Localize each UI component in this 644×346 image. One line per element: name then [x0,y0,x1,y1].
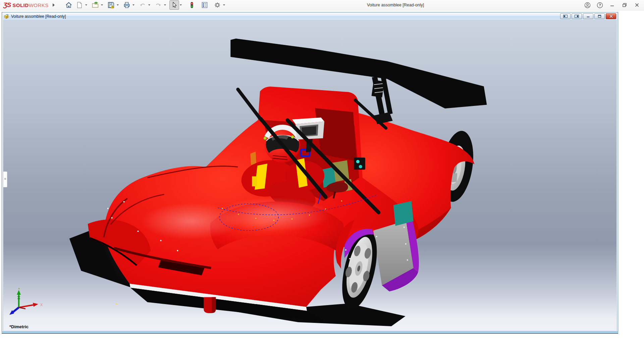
open-button[interactable] [91,0,100,10]
triad-y-label: Y [18,288,20,290]
select-dropdown-arrow[interactable] [179,1,183,9]
menu-expand-arrow[interactable] [53,3,55,7]
close-icon [634,2,640,8]
triad-x-label: X [40,303,43,307]
redo-icon [155,1,162,9]
help-button[interactable]: ? [596,1,603,9]
reference-triad: Y X [8,288,45,320]
document-titlebar[interactable]: Voiture assomblee [Read-only] [3,12,617,20]
triad-x-arrow [33,303,38,307]
doc-close-icon [609,15,613,18]
save-icon [107,1,115,9]
account-icon [584,2,591,8]
doc-restore-icon [597,15,602,18]
ds-logo-mark: ƷS [3,1,11,9]
document-title: Voiture assomblee [Read-only] [11,14,66,19]
redo-button[interactable] [154,0,163,10]
view-orientation-label: *Dimetric [9,324,29,329]
svg-text:?: ? [599,3,601,7]
options-button[interactable] [213,0,222,10]
restore-button[interactable] [621,1,628,9]
doc-minimize-icon [586,15,590,18]
pane-left-icon [563,15,568,18]
options-dropdown-arrow[interactable] [222,1,226,9]
undo-icon [139,1,146,9]
home-icon [65,1,72,9]
triad-y-arrow [17,290,21,295]
undo-button[interactable] [138,0,148,10]
pane-right-icon [575,15,579,18]
new-dropdown-arrow[interactable] [85,1,88,9]
new-document-icon [76,1,83,9]
close-button[interactable] [633,1,641,9]
app-titlebar: ƷSSOLIDWORKS [0,0,644,10]
doc-minimize-button[interactable] [583,13,593,19]
select-cursor-icon [170,1,178,9]
solidworks-logo: ƷSSOLIDWORKS [3,1,49,9]
home-button[interactable] [64,0,74,10]
document-window: Voiture assomblee [Read-only] [2,12,618,333]
app-window-title: Voiture assomblee [Read-only] [367,0,424,10]
select-tool-button[interactable] [169,0,179,10]
open-folder-icon [92,1,99,9]
account-button[interactable] [584,1,591,9]
file-properties-icon [201,1,208,9]
feature-pane-splitter-tab[interactable] [3,171,7,187]
minimize-button[interactable] [608,1,616,9]
save-button[interactable] [106,0,116,10]
redo-dropdown-arrow[interactable] [163,1,167,9]
window-controls: ? [584,0,641,10]
rebuild-button[interactable] [187,0,197,10]
open-dropdown-arrow[interactable] [100,1,104,9]
document-window-controls [560,13,616,19]
help-icon: ? [597,2,603,8]
quick-access-toolbar [64,0,228,10]
restore-icon [622,2,627,8]
car-model-render [3,20,616,331]
rebuild-traffic-light-icon [188,1,196,9]
doc-close-button[interactable] [606,13,616,19]
print-dropdown-arrow[interactable] [132,1,136,9]
gear-icon [214,1,221,9]
minimize-icon [609,2,615,8]
new-document-button[interactable] [75,0,85,10]
graphics-viewport[interactable]: Y X *Dimetric [3,20,617,331]
doc-pane-right-button[interactable] [572,13,582,19]
file-properties-button[interactable] [200,0,210,10]
print-icon [123,1,130,9]
assembly-document-icon [4,14,9,19]
doc-pane-left-button[interactable] [560,13,571,19]
undo-dropdown-arrow[interactable] [148,1,151,9]
save-dropdown-arrow[interactable] [116,1,120,9]
print-button[interactable] [122,0,132,10]
doc-restore-button[interactable] [594,13,605,19]
